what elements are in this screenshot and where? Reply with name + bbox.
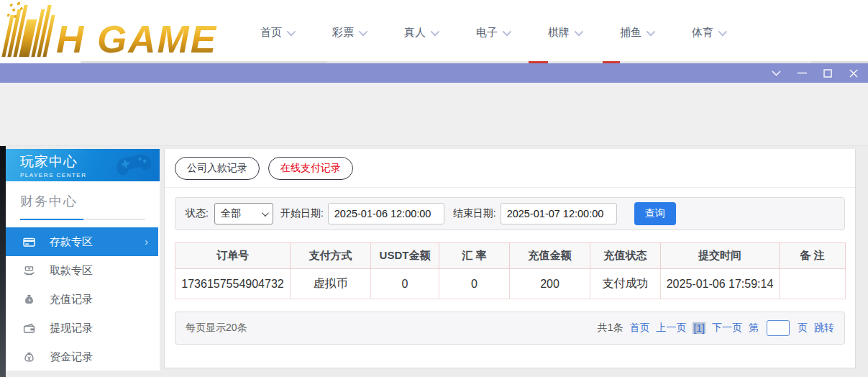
- withdrawal-wallet-icon: [23, 322, 35, 335]
- sidebar-header: 玩家中心 PLAYERS CENTER: [6, 149, 160, 181]
- cell-remark: [780, 269, 846, 299]
- nav-item-sports[interactable]: 体育: [692, 26, 725, 40]
- tab-company-deposit-records[interactable]: 公司入款记录: [175, 157, 260, 180]
- window-maximize-icon[interactable]: [819, 66, 836, 81]
- total-count-text: 共1条: [598, 322, 623, 335]
- record-tabs: 公司入款记录 在线支付记录: [165, 149, 855, 188]
- chevron-down-icon: [503, 27, 512, 37]
- jump-prefix-label: 第: [749, 322, 759, 335]
- sidebar-item-withdrawal-records[interactable]: 提现记录: [6, 314, 160, 342]
- sidebar-item-recharge-records[interactable]: 充值记录: [6, 285, 160, 314]
- sidebar-item-label: 取款专区: [50, 264, 93, 278]
- nav-item-slots[interactable]: 电子: [476, 26, 509, 40]
- withdraw-hand-icon: [23, 265, 35, 277]
- content-region: 玩家中心 PLAYERS CENTER 财务中心 存款专区 › 取款专区: [0, 146, 868, 377]
- cell-recharge-status: 支付成功: [590, 269, 661, 299]
- logo[interactable]: H GAME: [7, 5, 223, 57]
- cell-payment-method: 虚拟币: [291, 269, 371, 299]
- nav-item-cards[interactable]: 棋牌: [548, 26, 581, 40]
- col-exchange-rate: 汇 率: [439, 243, 510, 269]
- chevron-right-icon: ›: [145, 236, 148, 247]
- main-nav: 首页 彩票 真人 电子 棋牌 捕鱼 体育: [260, 26, 725, 40]
- funds-bag-icon: [23, 351, 35, 363]
- chevron-down-icon: [647, 27, 656, 37]
- table-header-row: 订单号 支付方式 USDT金额 汇 率 充值金额 充值状态 提交时间 备 注: [175, 243, 846, 269]
- status-select[interactable]: 全部: [214, 203, 273, 224]
- prev-page-link[interactable]: 上一页: [656, 322, 686, 335]
- next-page-link[interactable]: 下一页: [712, 322, 742, 335]
- cell-recharge-amount: 200: [510, 269, 590, 299]
- deposit-card-icon: [23, 236, 35, 248]
- cell-order-id: 1736157554904732: [175, 269, 291, 299]
- records-table: 订单号 支付方式 USDT金额 汇 率 充值金额 充值状态 提交时间 备 注 1…: [175, 242, 846, 299]
- chevron-down-icon: [431, 27, 440, 37]
- sidebar-item-label: 存款专区: [50, 235, 93, 249]
- col-order-id: 订单号: [175, 243, 291, 269]
- sidebar-section: 财务中心: [6, 181, 160, 220]
- col-submit-time: 提交时间: [661, 243, 780, 269]
- sidebar-item-deposit[interactable]: 存款专区 ›: [6, 227, 158, 256]
- sidebar-underline: [20, 219, 145, 220]
- recharge-bag-icon: [23, 294, 35, 306]
- window-close-icon[interactable]: [845, 66, 862, 81]
- chevron-down-icon: [287, 27, 296, 37]
- sidebar-section-title: 财务中心: [20, 193, 145, 210]
- left-dark-edge: [0, 146, 6, 377]
- table-row: 1736157554904732 虚拟币 0 0 200 支付成功 2025-0…: [175, 269, 846, 299]
- sidebar: 玩家中心 PLAYERS CENTER 财务中心 存款专区 › 取款专区: [6, 149, 160, 371]
- col-remark: 备 注: [780, 243, 846, 269]
- end-date-input[interactable]: [501, 203, 617, 224]
- cell-usdt-amount: 0: [371, 269, 439, 299]
- window-dropdown-icon[interactable]: [767, 66, 785, 81]
- pagination-bar: 每页显示20条 共1条 首页 上一页 [1] 下一页 第 页 跳转: [175, 312, 845, 345]
- sidebar-item-label: 提现记录: [50, 322, 93, 335]
- col-recharge-status: 充值状态: [590, 243, 661, 269]
- first-page-link[interactable]: 首页: [629, 322, 649, 335]
- cell-exchange-rate: 0: [439, 269, 510, 299]
- start-date-input[interactable]: [328, 203, 444, 224]
- nav-item-home[interactable]: 首页: [260, 26, 293, 40]
- logo-dots-decoration: [5, 2, 28, 21]
- col-recharge-amount: 充值金额: [510, 243, 590, 269]
- jump-button[interactable]: 跳转: [814, 322, 834, 335]
- query-button[interactable]: 查询: [634, 202, 676, 225]
- nav-item-lottery[interactable]: 彩票: [332, 26, 365, 40]
- nav-item-fishing[interactable]: 捕鱼: [620, 26, 653, 40]
- chevron-down-icon: [575, 27, 584, 37]
- nav-item-live[interactable]: 真人: [404, 26, 437, 40]
- chevron-down-icon: [359, 27, 368, 37]
- cell-submit-time: 2025-01-06 17:59:14: [661, 269, 780, 299]
- sidebar-item-withdraw[interactable]: 取款专区: [6, 256, 160, 285]
- col-payment-method: 支付方式: [291, 243, 371, 269]
- end-date-label: 结束日期:: [453, 207, 496, 220]
- chevron-down-icon: [718, 27, 728, 37]
- sidebar-menu: 存款专区 › 取款专区 充值记录 提现记录 资金记录: [6, 227, 160, 371]
- window-minimize-icon[interactable]: [793, 66, 810, 81]
- tab-online-payment-records[interactable]: 在线支付记录: [268, 157, 353, 180]
- sidebar-item-funds-records[interactable]: 资金记录: [6, 342, 160, 371]
- status-select-value: 全部: [221, 207, 241, 220]
- main-panel: 公司入款记录 在线支付记录 状态: 全部 开始日期: 结束日期: 查询 订单号 …: [164, 149, 856, 368]
- page-size-text: 每页显示20条: [186, 322, 247, 335]
- window-titlebar: [0, 63, 868, 83]
- logo-text: H GAME: [56, 22, 223, 57]
- logo-mark: [1, 5, 57, 57]
- status-label: 状态:: [186, 207, 209, 220]
- site-header: H GAME 首页 彩票 真人 电子 棋牌 捕鱼 体育: [0, 0, 868, 61]
- jump-page-input[interactable]: [767, 320, 790, 336]
- select-chevron-icon: [262, 209, 269, 217]
- start-date-label: 开始日期:: [280, 207, 324, 220]
- filter-bar: 状态: 全部 开始日期: 结束日期: 查询: [175, 197, 845, 230]
- pager: 共1条 首页 上一页 [1] 下一页 第 页 跳转: [598, 320, 834, 336]
- col-usdt-amount: USDT金额: [371, 243, 439, 269]
- page-background-gap: [0, 83, 868, 146]
- sidebar-item-label: 资金记录: [50, 350, 93, 364]
- jump-suffix-label: 页: [798, 322, 808, 335]
- current-page-indicator: [1]: [693, 322, 705, 334]
- sidebar-item-label: 充值记录: [50, 293, 93, 306]
